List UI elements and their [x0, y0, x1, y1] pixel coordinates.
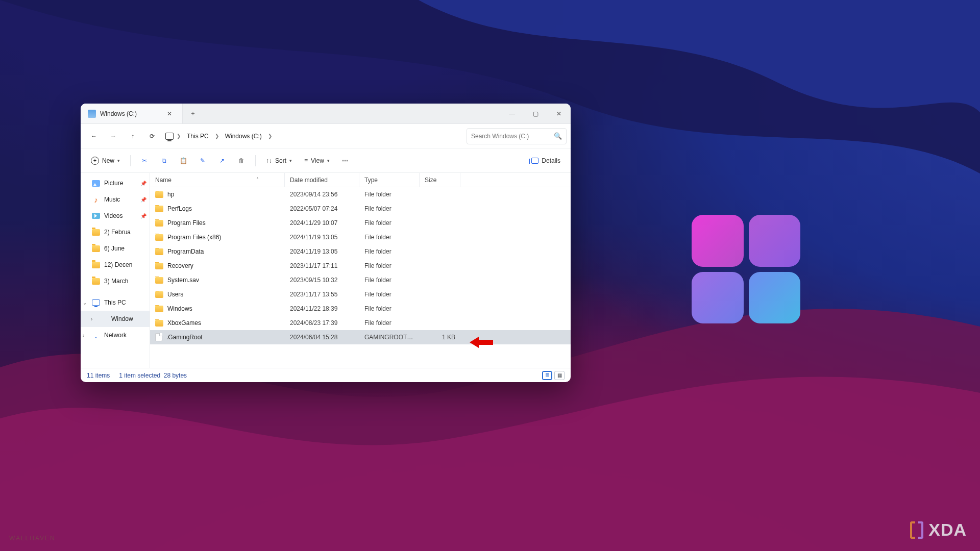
file-row[interactable]: XboxGames2024/08/23 17:39File folder	[150, 316, 571, 330]
sidebar-item-videos[interactable]: Videos📌	[81, 208, 150, 224]
more-button[interactable]: ⋯	[337, 153, 354, 169]
rename-button[interactable]: ✎	[194, 153, 211, 169]
copy-button[interactable]: ⧉	[155, 153, 173, 169]
pin-icon: 📌	[140, 181, 146, 186]
this-pc-icon	[92, 299, 100, 306]
titlebar[interactable]: Windows (C:) ✕ ＋ ― ▢ ✕	[81, 104, 571, 124]
new-button[interactable]: + New ▾	[86, 153, 125, 169]
pictures-icon	[92, 180, 100, 187]
sidebar-item-2-februa[interactable]: 2) Februa	[81, 224, 150, 240]
chevron-right-icon[interactable]: ❯	[215, 133, 219, 139]
sidebar-network[interactable]: › Network	[81, 327, 150, 343]
up-button[interactable]: ↑	[124, 127, 142, 145]
videos-icon	[92, 213, 100, 219]
sidebar-item-picture[interactable]: Picture📌	[81, 175, 150, 191]
file-row[interactable]: Program Files (x86)2024/11/19 13:05File …	[150, 230, 571, 244]
command-toolbar: + New ▾ ✂ ⧉ 📋 ✎ ↗ 🗑 ↑↓ Sort ▾ ≡ View ▾ ⋯	[81, 148, 571, 173]
breadcrumb[interactable]: ❯ This PC ❯ Windows (C:) ❯	[162, 131, 465, 142]
file-date: 2023/09/15 10:32	[285, 277, 359, 284]
sort-button[interactable]: ↑↓ Sort ▾	[261, 153, 297, 169]
chevron-right-icon[interactable]: ❯	[177, 133, 181, 139]
folder-icon	[155, 291, 163, 298]
file-date: 2024/08/23 17:39	[285, 319, 359, 327]
sidebar-this-pc[interactable]: ⌄ This PC	[81, 294, 150, 311]
delete-button[interactable]: 🗑	[233, 153, 250, 169]
view-details-toggle[interactable]: ≣	[542, 371, 552, 380]
file-row[interactable]: ProgramData2024/11/19 13:05File folder	[150, 244, 571, 259]
sidebar-item-label: 12) Decen	[104, 261, 132, 268]
column-headers[interactable]: Name ˄ Date modified Type Size	[150, 173, 571, 187]
folder-icon	[155, 248, 163, 255]
sidebar-item-music[interactable]: ♪Music📌	[81, 191, 150, 208]
search-box[interactable]: 🔍	[467, 128, 567, 144]
file-name: Program Files (x86)	[167, 234, 221, 241]
file-name: Recovery	[167, 262, 193, 269]
file-type: File folder	[359, 319, 420, 327]
windows-logo-icon	[692, 215, 800, 323]
file-row[interactable]: Users2023/11/17 13:55File folder	[150, 287, 571, 302]
desktop-wallpaper: XDA WALLHAVEN Windows (C:) ✕ ＋ ― ▢ ✕ ← →…	[0, 0, 980, 551]
file-rows[interactable]: hp2023/09/14 23:56File folderPerfLogs202…	[150, 187, 571, 368]
chevron-down-icon: ▾	[289, 158, 292, 163]
sidebar-item-3-march[interactable]: 3) March	[81, 273, 150, 289]
view-thumbnails-toggle[interactable]: ▦	[554, 371, 565, 380]
file-row[interactable]: System.sav2023/09/15 10:32File folder	[150, 273, 571, 287]
share-button[interactable]: ↗	[213, 153, 231, 169]
chevron-down-icon[interactable]: ⌄	[83, 300, 87, 306]
file-row[interactable]: hp2023/09/14 23:56File folder	[150, 187, 571, 202]
tab-windows-c[interactable]: Windows (C:) ✕	[81, 104, 183, 123]
view-button[interactable]: ≡ View ▾	[299, 153, 335, 169]
navigation-sidebar[interactable]: Picture📌♪Music📌Videos📌2) Februa6) June12…	[81, 173, 150, 368]
search-icon[interactable]: 🔍	[554, 132, 562, 140]
plus-icon: +	[91, 157, 99, 165]
minimize-button[interactable]: ―	[500, 104, 524, 123]
maximize-button[interactable]: ▢	[524, 104, 547, 123]
sidebar-windows-drive[interactable]: › Window	[81, 311, 150, 327]
file-name: ProgramData	[167, 248, 204, 255]
folder-icon	[155, 206, 163, 212]
file-date: 2022/05/07 07:24	[285, 205, 359, 212]
file-row[interactable]: Program Files2024/11/29 10:07File folder	[150, 216, 571, 230]
folder-icon	[155, 320, 163, 327]
sidebar-item-12-decen[interactable]: 12) Decen	[81, 257, 150, 273]
file-type: File folder	[359, 277, 420, 284]
tab-close-button[interactable]: ✕	[164, 108, 175, 119]
file-type: File folder	[359, 191, 420, 198]
paste-button[interactable]: 📋	[175, 153, 192, 169]
chevron-right-icon[interactable]: ›	[83, 333, 84, 338]
file-row[interactable]: .GamingRoot2024/06/04 15:28GAMINGROOT Fi…	[150, 330, 571, 344]
sidebar-item-label: Music	[104, 196, 120, 203]
new-tab-button[interactable]: ＋	[183, 104, 203, 123]
navigation-bar: ← → ↑ ⟳ ❯ This PC ❯ Windows (C:) ❯ 🔍	[81, 124, 571, 148]
sidebar-item-label: Picture	[104, 180, 123, 187]
tab-title: Windows (C:)	[100, 110, 137, 117]
xda-watermark: XDA	[910, 520, 967, 540]
file-row[interactable]: Windows2024/11/22 18:39File folder	[150, 302, 571, 316]
breadcrumb-this-pc[interactable]: This PC	[184, 131, 212, 142]
breadcrumb-windows-c[interactable]: Windows (C:)	[222, 131, 265, 142]
pin-icon: 📌	[140, 213, 146, 219]
folder-icon	[155, 191, 163, 198]
column-header-name[interactable]: Name ˄	[150, 173, 285, 187]
column-header-date[interactable]: Date modified	[285, 173, 359, 187]
file-date: 2023/09/14 23:56	[285, 191, 359, 198]
close-button[interactable]: ✕	[547, 104, 571, 123]
file-row[interactable]: Recovery2023/11/17 17:11File folder	[150, 259, 571, 273]
file-row[interactable]: PerfLogs2022/05/07 07:24File folder	[150, 202, 571, 216]
sidebar-item-label: 3) March	[104, 278, 128, 285]
chevron-right-icon[interactable]: ›	[91, 316, 92, 322]
details-pane-icon	[531, 158, 538, 164]
back-button[interactable]: ←	[85, 127, 103, 145]
file-type: File folder	[359, 219, 420, 227]
forward-button[interactable]: →	[104, 127, 122, 145]
refresh-button[interactable]: ⟳	[143, 127, 161, 145]
sidebar-item-label: Network	[104, 332, 127, 339]
chevron-right-icon[interactable]: ❯	[268, 133, 272, 139]
cut-button[interactable]: ✂	[136, 153, 153, 169]
file-name: Windows	[167, 305, 192, 312]
search-input[interactable]	[471, 133, 550, 140]
column-header-type[interactable]: Type	[359, 173, 420, 187]
details-pane-button[interactable]: Details	[526, 153, 566, 169]
sidebar-item-6-june[interactable]: 6) June	[81, 240, 150, 257]
column-header-size[interactable]: Size	[420, 173, 460, 187]
